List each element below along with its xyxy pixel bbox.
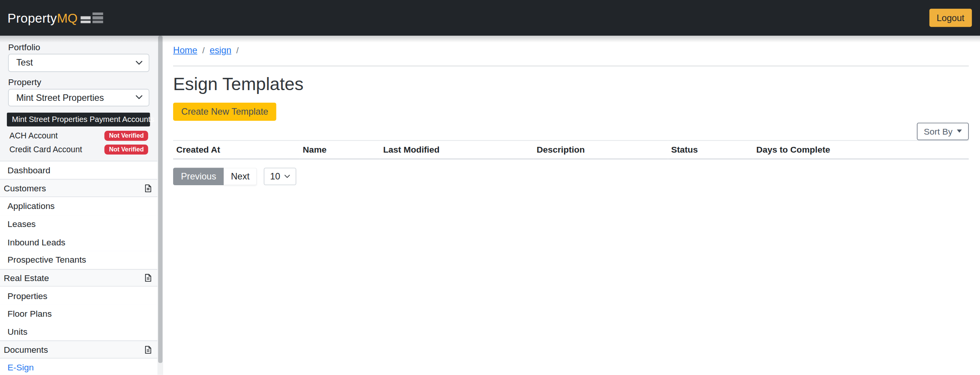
sort-by-dropdown[interactable]: Sort By (917, 122, 969, 140)
sidebar-label: Documents (4, 345, 48, 355)
sidebar-item-dashboard[interactable]: Dashboard (0, 161, 157, 179)
sidebar-nav: DashboardCustomers ApplicationsLeasesInb… (0, 161, 157, 375)
column-header-days-to-complete: Days to Complete (753, 140, 969, 159)
pagination: Previous Next 10 (173, 168, 969, 185)
brand-logo: PropertyMQ (8, 10, 103, 25)
column-header-name: Name (299, 140, 380, 159)
logout-button[interactable]: Logout (929, 9, 972, 27)
main-content: Home/esign/ Esign Templates Create New T… (163, 36, 980, 375)
column-header-description: Description (533, 140, 668, 159)
column-header-created-at: Created At (173, 140, 299, 159)
chevron-down-icon (285, 174, 290, 178)
property-select-value: Mint Street Properties (16, 92, 104, 102)
breadcrumb-link-home[interactable]: Home (173, 45, 197, 56)
sidebar-section-customers[interactable]: Customers (0, 179, 157, 197)
portfolio-select[interactable]: Test (8, 54, 149, 72)
sidebar-item-leases[interactable]: Leases (0, 215, 157, 233)
chevron-down-icon (136, 61, 142, 65)
sidebar-label: Real Estate (4, 273, 49, 283)
status-badge: Not Verified (105, 144, 148, 154)
payment-accounts-header: Mint Street Properties Payment Accounts (7, 113, 150, 126)
page-size-value: 10 (270, 171, 280, 181)
brand-bars-icon (81, 12, 103, 23)
account-name: ACH Account (9, 131, 57, 140)
sidebar-label: Inbound Leads (8, 237, 65, 247)
payment-accounts-title: Mint Street Properties Payment Accounts (12, 115, 154, 124)
document-icon (144, 273, 152, 282)
divider (173, 66, 969, 66)
account-name: Credit Card Account (9, 145, 82, 154)
payment-account-row-credit-card-account: Credit Card AccountNot Verified (0, 142, 157, 156)
table-toolbar: Sort By (173, 122, 969, 140)
templates-table: Created AtNameLast ModifiedDescriptionSt… (173, 140, 969, 160)
sidebar-item-applications[interactable]: Applications (0, 197, 157, 215)
sidebar-item-inbound-leads[interactable]: Inbound Leads (0, 233, 157, 251)
property-select[interactable]: Mint Street Properties (8, 89, 149, 107)
sidebar-label: Dashboard (8, 165, 51, 175)
next-page-button[interactable]: Next (224, 168, 257, 185)
app-viewport: PropertyMQ Logout Portfolio Test (0, 0, 980, 375)
sidebar-label: Prospective Tenants (8, 255, 86, 265)
sidebar-item-prospective-tenants[interactable]: Prospective Tenants (0, 251, 157, 269)
document-icon (144, 345, 152, 354)
payment-accounts-list: ACH AccountNot VerifiedCredit Card Accou… (0, 128, 157, 156)
sidebar-item-properties[interactable]: Properties (0, 287, 157, 305)
payment-account-row-ach-account: ACH AccountNot Verified (0, 128, 157, 142)
sidebar-label: Applications (8, 201, 55, 211)
breadcrumb: Home/esign/ (173, 45, 969, 56)
portfolio-select-value: Test (16, 58, 33, 68)
sort-by-label: Sort By (924, 126, 952, 136)
sidebar-item-e-sign[interactable]: E-Sign (0, 359, 157, 375)
sidebar: Portfolio Test Property Mint Street Prop… (0, 36, 157, 375)
page-title: Esign Templates (173, 72, 969, 95)
property-label: Property (8, 77, 149, 87)
table-header-row: Created AtNameLast ModifiedDescriptionSt… (173, 140, 969, 159)
scrollbar-thumb[interactable] (158, 36, 162, 363)
sidebar-label: Floor Plans (8, 309, 52, 319)
sidebar-label: Leases (8, 219, 36, 229)
sidebar-section-documents[interactable]: Documents (0, 340, 157, 359)
top-navbar: PropertyMQ Logout (0, 0, 980, 36)
breadcrumb-separator: / (236, 45, 239, 56)
caret-down-icon (957, 130, 962, 133)
brand-text-mq: MQ (57, 10, 78, 25)
sidebar-label: Properties (8, 291, 47, 301)
sidebar-section-real-estate[interactable]: Real Estate (0, 269, 157, 287)
breadcrumb-link-esign[interactable]: esign (209, 45, 231, 56)
sidebar-item-floor-plans[interactable]: Floor Plans (0, 305, 157, 323)
sidebar-scrollbar[interactable] (157, 36, 163, 375)
sidebar-label: Units (8, 327, 28, 337)
sidebar-item-units[interactable]: Units (0, 323, 157, 341)
status-badge: Not Verified (105, 130, 148, 140)
sidebar-label: Customers (4, 183, 46, 193)
chevron-down-icon (136, 95, 142, 99)
breadcrumb-separator: / (202, 45, 205, 56)
page-size-select[interactable]: 10 (264, 168, 296, 185)
brand-text-property: Property (8, 10, 57, 25)
column-header-last-modified: Last Modified (380, 140, 533, 159)
portfolio-label: Portfolio (8, 42, 149, 52)
sidebar-label: E-Sign (8, 363, 34, 373)
document-icon (144, 184, 152, 192)
previous-page-button[interactable]: Previous (173, 168, 224, 185)
column-header-status: Status (668, 140, 753, 159)
create-new-template-button[interactable]: Create New Template (173, 103, 276, 121)
